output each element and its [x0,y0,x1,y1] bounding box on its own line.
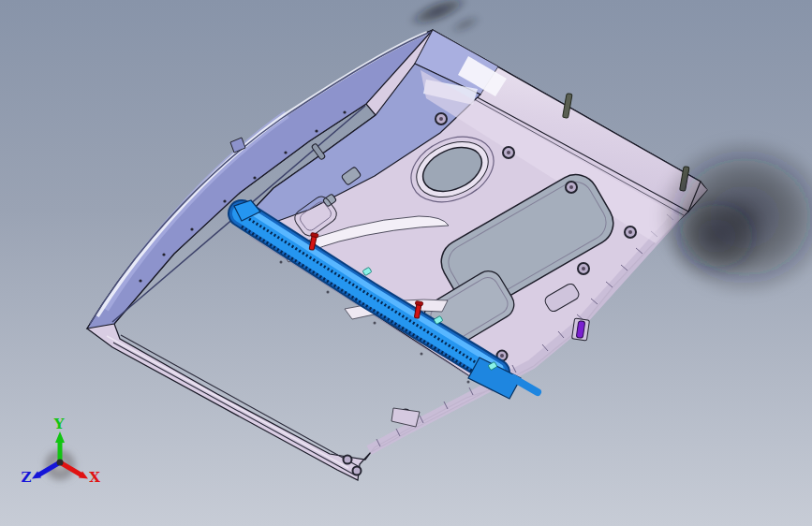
axis-x-label: X [89,469,100,486]
sill-highlight [107,336,348,468]
orientation-triad[interactable]: Y Z X [22,416,101,486]
cad-viewport[interactable]: Y Z X [0,0,812,526]
bolt-hole [578,263,589,274]
bolt-hole [503,147,514,158]
bolt-hole [344,456,352,464]
triad-origin [57,460,64,466]
corner-bracket [391,408,420,427]
door-edge-clip[interactable] [572,318,590,341]
axis-z-label: Z [22,469,32,486]
axis-y-label: Y [53,416,65,432]
bolt-hole [353,467,362,475]
door-assembly-model[interactable] [87,30,707,480]
cad-canvas[interactable]: Y Z X [0,0,812,526]
axis-y-arrowhead [55,431,65,443]
bolt-hole [625,226,636,238]
bolt-hole [566,182,577,193]
bolt-hole [436,113,447,124]
shadow-blob-right-core [668,193,765,279]
